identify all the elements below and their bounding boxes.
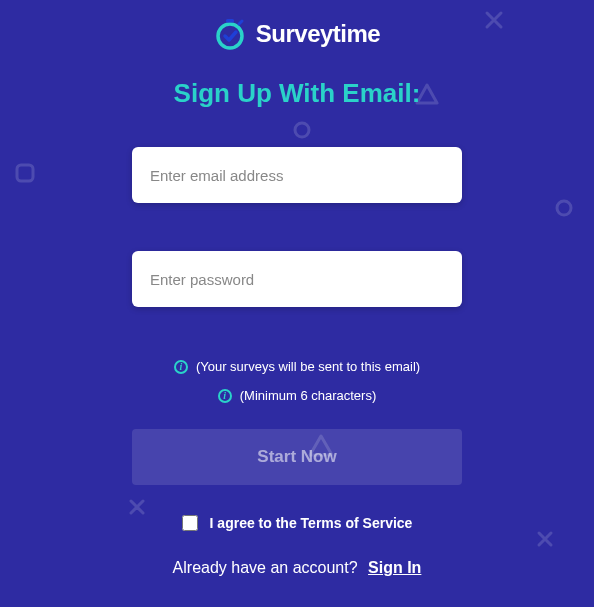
tos-row: I agree to the Terms of Service — [182, 515, 413, 531]
svg-line-5 — [239, 21, 242, 24]
logo-text: Surveytime — [256, 20, 380, 48]
tos-label: I agree to the Terms of Service — [210, 515, 413, 531]
logo: Surveytime — [214, 18, 380, 50]
svg-rect-4 — [226, 19, 234, 23]
svg-point-3 — [218, 24, 242, 48]
tos-checkbox[interactable] — [182, 515, 198, 531]
stopwatch-check-icon — [214, 18, 246, 50]
signin-link[interactable]: Sign In — [368, 559, 421, 576]
start-button[interactable]: Start Now — [132, 429, 462, 485]
info-icon: i — [218, 389, 232, 403]
email-hint: i (Your surveys will be sent to this ema… — [174, 359, 420, 374]
password-hint: i (Minimum 6 characters) — [218, 388, 377, 403]
password-hint-text: (Minimum 6 characters) — [240, 388, 377, 403]
password-input[interactable] — [132, 251, 462, 307]
email-hint-text: (Your surveys will be sent to this email… — [196, 359, 420, 374]
page-heading: Sign Up With Email: — [174, 78, 421, 109]
email-input[interactable] — [132, 147, 462, 203]
signin-row: Already have an account? Sign In — [173, 559, 422, 577]
info-icon: i — [174, 360, 188, 374]
signin-prompt: Already have an account? — [173, 559, 358, 576]
